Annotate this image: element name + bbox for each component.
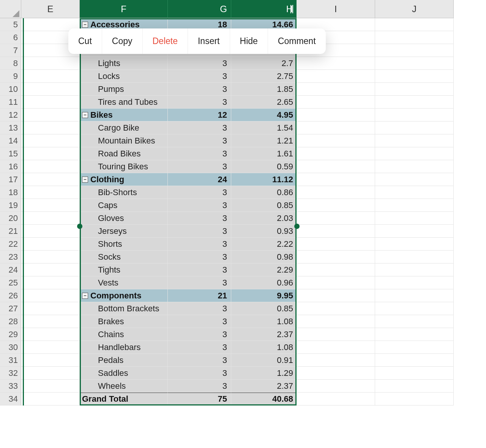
collapse-icon[interactable]: − [82,22,88,28]
cell-value[interactable]: 0.96 [231,276,297,289]
cell[interactable] [375,44,454,57]
cell[interactable] [297,289,375,302]
cell-label[interactable]: Shorts [80,238,168,251]
cell-label[interactable]: Gloves [80,212,168,225]
cell-count[interactable]: 3 [168,238,231,251]
cell-value[interactable]: 2.65 [231,96,297,109]
cell[interactable] [21,225,80,238]
row-header-17[interactable]: 17 [0,173,21,186]
cell-value[interactable]: 1.54 [231,121,297,134]
row-header-16[interactable]: 16 [0,160,21,173]
cell[interactable] [21,367,80,380]
cell[interactable] [375,380,454,393]
cell[interactable] [375,341,454,354]
row-header-19[interactable]: 19 [0,199,21,212]
row-header-11[interactable]: 11 [0,96,21,109]
column-header-F[interactable]: F [80,0,168,18]
cell[interactable] [297,109,375,121]
cell-value[interactable]: 2.03 [231,212,297,225]
cell-label[interactable]: Lights [80,57,168,70]
cell-label[interactable]: Saddles [80,367,168,380]
collapse-icon[interactable]: − [82,112,88,118]
row-header-13[interactable]: 13 [0,121,21,134]
cell[interactable] [375,70,454,83]
cell-count[interactable]: 24 [168,173,231,186]
cell-label[interactable]: Touring Bikes [80,160,168,173]
spreadsheet[interactable]: E F G H I J 5678910111213141516171819202… [0,0,486,448]
row-header-12[interactable]: 12 [0,109,21,121]
cell-label[interactable]: Pedals [80,354,168,367]
cell-value[interactable]: 2.29 [231,263,297,276]
cell-label[interactable]: Locks [80,70,168,83]
cell[interactable] [297,302,375,315]
cell-value[interactable]: 11.12 [231,173,297,186]
cell[interactable] [297,276,375,289]
cell[interactable] [21,263,80,276]
cell-value[interactable]: 9.95 [231,289,297,302]
cell[interactable] [21,186,80,199]
cell[interactable] [297,186,375,199]
cell-count[interactable]: 3 [168,96,231,109]
cell[interactable] [375,199,454,212]
row-header-32[interactable]: 32 [0,367,21,380]
row-header-10[interactable]: 10 [0,83,21,96]
cell[interactable] [21,328,80,341]
cell-value[interactable]: 1.08 [231,341,297,354]
cell[interactable] [297,121,375,134]
comment-button[interactable]: Comment [268,28,326,54]
cell[interactable] [297,83,375,96]
copy-button[interactable]: Copy [102,28,143,54]
cell-label[interactable]: Socks [80,251,168,263]
cell-label[interactable]: −Bikes [80,109,168,121]
cell-label[interactable]: −Clothing [80,173,168,186]
row-header-14[interactable]: 14 [0,134,21,147]
cut-button[interactable]: Cut [68,28,102,54]
cell[interactable] [375,367,454,380]
cell[interactable] [21,57,80,70]
cell[interactable] [297,315,375,328]
cell-count[interactable]: 3 [168,225,231,238]
cell-value[interactable]: 0.85 [231,199,297,212]
cell[interactable] [297,173,375,186]
cell-count[interactable]: 3 [168,380,231,393]
cell-value[interactable]: 0.91 [231,354,297,367]
cell[interactable] [297,380,375,393]
cell-value[interactable]: 0.59 [231,160,297,173]
cell[interactable] [21,147,80,160]
cell[interactable] [21,199,80,212]
cell[interactable] [297,328,375,341]
column-header-H[interactable]: H [231,0,297,18]
cell-count[interactable]: 3 [168,160,231,173]
cell-count[interactable]: 3 [168,212,231,225]
delete-button[interactable]: Delete [143,28,188,54]
cell[interactable] [375,31,454,44]
cell-label[interactable]: Brakes [80,315,168,328]
cell[interactable] [21,393,80,405]
cell[interactable] [375,121,454,134]
cell[interactable] [375,160,454,173]
cell-value[interactable]: 0.98 [231,251,297,263]
cell[interactable] [297,147,375,160]
cell[interactable] [297,225,375,238]
cell[interactable] [375,289,454,302]
cell[interactable] [21,121,80,134]
cell[interactable] [297,199,375,212]
cell[interactable] [375,83,454,96]
column-header-J[interactable]: J [375,0,454,18]
cell[interactable] [375,393,454,405]
cell-count[interactable]: 3 [168,121,231,134]
cell-count[interactable]: 3 [168,315,231,328]
cell-label[interactable]: Chains [80,328,168,341]
cell[interactable] [375,315,454,328]
cell-value[interactable]: 4.95 [231,109,297,121]
cell-value[interactable]: 0.86 [231,186,297,199]
row-header-9[interactable]: 9 [0,70,21,83]
row-header-28[interactable]: 28 [0,315,21,328]
collapse-icon[interactable]: − [82,177,88,183]
cell[interactable] [375,251,454,263]
cell-count[interactable]: 3 [168,251,231,263]
cell[interactable] [21,354,80,367]
cell-count[interactable]: 3 [168,341,231,354]
row-header-34[interactable]: 34 [0,393,21,405]
cell[interactable] [297,393,375,405]
